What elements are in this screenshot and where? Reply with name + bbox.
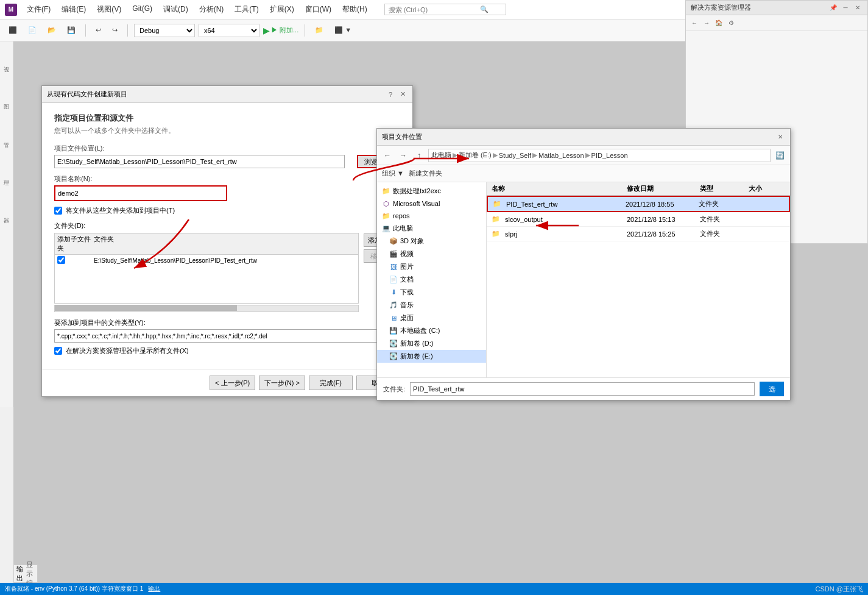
fb-file-row-1[interactable]: 📁 slcov_output 2021/12/8 15:13 文件夹 (487, 212, 790, 227)
fb-left-icon-10: 🖥 (389, 314, 398, 322)
table-row[interactable]: E:\Study_Self\Matlab_Lesson\PID_Lesson\P… (55, 255, 358, 266)
fb-left-item-8[interactable]: ⬇ 下载 (377, 286, 486, 299)
fb-forward-btn[interactable]: → (397, 149, 410, 162)
show-files-checkbox[interactable] (54, 347, 62, 355)
files-left-panel: 文件夹(D): 添加子文件夹 文件夹 E:\Study_Self\Matlab_… (54, 221, 359, 312)
panel-back-btn[interactable]: ← (690, 18, 699, 28)
output-tab[interactable]: 输出 (14, 565, 26, 583)
panel-minimize-btn[interactable]: ─ (841, 3, 850, 13)
fb-refresh-btn[interactable]: 🔄 (773, 149, 786, 162)
panel-fwd-btn[interactable]: → (702, 18, 711, 28)
fb-file-row-2[interactable]: 📁 slprj 2021/12/8 15:25 文件夹 (487, 227, 790, 241)
bc-part-4[interactable]: PID_Lesson (591, 152, 628, 159)
open-icon: 📂 (48, 26, 56, 34)
toolbar-extra-btn[interactable]: ⬛ ▼ (331, 24, 355, 36)
fb-left-item-10[interactable]: 🖥 桌面 (377, 312, 486, 324)
fb-left-item-5[interactable]: 🎬 视频 (377, 248, 486, 260)
toolbar-undo-group[interactable]: ⬛ (5, 24, 21, 36)
finish-button[interactable]: 完成(F) (309, 376, 353, 390)
fb-up-btn[interactable]: ↑ (412, 149, 426, 162)
row-checkbox[interactable] (57, 256, 65, 264)
file-name-1: slcov_output (505, 216, 627, 223)
menu-edit[interactable]: 编辑(E) (57, 2, 91, 17)
location-input[interactable] (54, 155, 345, 168)
fb-footer: 文件夹: 选 (377, 377, 790, 400)
panel-close-btn[interactable]: ✕ (853, 3, 863, 13)
col-size-header[interactable]: 大小 (749, 184, 785, 193)
bc-part-3[interactable]: Matlab_Lesson (538, 152, 584, 159)
fb-left-item-2[interactable]: 📁 repos (377, 210, 486, 222)
toolbar-browse-btn[interactable]: 📁 (311, 24, 327, 36)
panel-home-btn[interactable]: 🏠 (714, 18, 724, 28)
status-link[interactable]: 输出 (148, 585, 160, 593)
menu-view[interactable]: 视图(V) (92, 2, 126, 17)
menu-tools[interactable]: 工具(T) (230, 2, 263, 17)
sidebar-tab-3[interactable]: 管 (1, 119, 13, 156)
create-dialog-close-btn[interactable]: ✕ (398, 90, 408, 99)
panel-pin-btn[interactable]: 📌 (828, 3, 838, 13)
search-box[interactable]: 🔍 (384, 4, 506, 15)
file-date-2: 2021/12/8 15:25 (627, 230, 700, 238)
fb-organize-btn[interactable]: 组织 ▼ (382, 169, 404, 178)
menu-analyze[interactable]: 分析(N) (194, 2, 229, 17)
fb-left-item-11[interactable]: 💾 本地磁盘 (C:) (377, 324, 486, 337)
config-dropdown[interactable]: Debug Release (134, 24, 195, 37)
fb-folder-input[interactable] (410, 382, 755, 396)
panel-settings-btn[interactable]: ⚙ (726, 18, 736, 28)
show-files-label: 在解决方案资源管理器中显示所有文件(X) (66, 346, 189, 355)
fb-left-item-4[interactable]: 📦 3D 对象 (377, 235, 486, 248)
menu-extensions[interactable]: 扩展(X) (265, 2, 299, 17)
prev-button[interactable]: < 上一步(P) (210, 376, 255, 390)
create-dialog-help-btn[interactable]: ? (386, 90, 395, 99)
fb-left-item-7[interactable]: 📄 文档 (377, 273, 486, 286)
fb-left-item-1[interactable]: ⬡ Microsoft Visual (377, 198, 486, 210)
menu-window[interactable]: 窗口(W) (300, 2, 336, 17)
toolbar-undo-btn[interactable]: ↩ (92, 24, 105, 36)
toolbar-save-btn[interactable]: 💾 (63, 24, 79, 36)
fb-file-row-0[interactable]: 📁 PID_Test_ert_rtw 2021/12/8 18:55 文件夹 (487, 196, 790, 212)
toolbar-new-btn[interactable]: 📄 (24, 24, 40, 36)
menu-debug[interactable]: 调试(D) (158, 2, 193, 17)
col-name-header[interactable]: 名称 (492, 184, 627, 193)
fb-toolbar: 组织 ▼ 新建文件夹 (377, 165, 790, 182)
sidebar-tab-4[interactable]: 理 (1, 157, 13, 194)
toolbar-separator-3 (305, 24, 305, 37)
fb-left-item-0[interactable]: 📁 数据处理txt2exc (377, 185, 486, 198)
sidebar-tab-1[interactable]: 视 (1, 44, 13, 80)
sidebar-tab-2[interactable]: 图 (1, 82, 13, 118)
menu-file[interactable]: 文件(F) (22, 2, 55, 17)
fb-left-item-12[interactable]: 💽 新加卷 (D:) (377, 337, 486, 350)
run-button[interactable]: ▶ ▶ 附加... (263, 26, 298, 35)
add-files-label: 将文件从这些文件夹添加到项目中(T) (66, 206, 175, 215)
fb-left-item-3[interactable]: 💻 此电脑 (377, 222, 486, 235)
bc-part-2[interactable]: Study_Self (499, 152, 531, 159)
search-input[interactable] (389, 6, 480, 13)
bc-part-1[interactable]: 新加卷 (E:) (459, 151, 492, 160)
filetype-input[interactable] (54, 329, 400, 343)
file-date-1: 2021/12/8 15:13 (627, 216, 700, 223)
menu-help[interactable]: 帮助(H) (337, 2, 372, 17)
name-input[interactable] (55, 187, 226, 200)
fb-back-btn[interactable]: ← (381, 149, 394, 162)
fb-left-item-6[interactable]: 🖼 图片 (377, 260, 486, 273)
toolbar-open-btn[interactable]: 📂 (44, 24, 60, 36)
toolbar-redo-btn[interactable]: ↪ (108, 24, 121, 36)
fb-new-folder-btn[interactable]: 新建文件夹 (409, 169, 442, 178)
fb-ok-button[interactable]: 选 (760, 382, 784, 396)
sidebar-tab-5[interactable]: 器 (1, 195, 13, 232)
fb-left-item-9[interactable]: 🎵 音乐 (377, 299, 486, 312)
platform-dropdown[interactable]: x64 x86 (199, 24, 259, 37)
horizontal-scrollbar[interactable] (54, 305, 359, 312)
fb-left-label-0: 数据处理txt2exc (393, 187, 441, 196)
add-files-checkbox[interactable] (54, 207, 62, 215)
status-bar: 准备就绪 - env (Python 3.7 (64 bit)) 字符宽度窗口 … (0, 583, 868, 595)
fb-left-item-13[interactable]: 💽 新加卷 (E:) (377, 350, 486, 363)
col-date-header[interactable]: 修改日期 (627, 184, 700, 193)
panel-controls: 📌 ─ ✕ (828, 3, 863, 13)
menu-git[interactable]: Git(G) (127, 2, 157, 17)
fb-close-btn[interactable]: ✕ (775, 132, 785, 142)
next-button[interactable]: 下一步(N) > (259, 376, 305, 390)
bc-part-0[interactable]: 此电脑 (431, 151, 451, 160)
col-type-header[interactable]: 类型 (700, 184, 749, 193)
add-files-row: 将文件从这些文件夹添加到项目中(T) (54, 206, 400, 215)
